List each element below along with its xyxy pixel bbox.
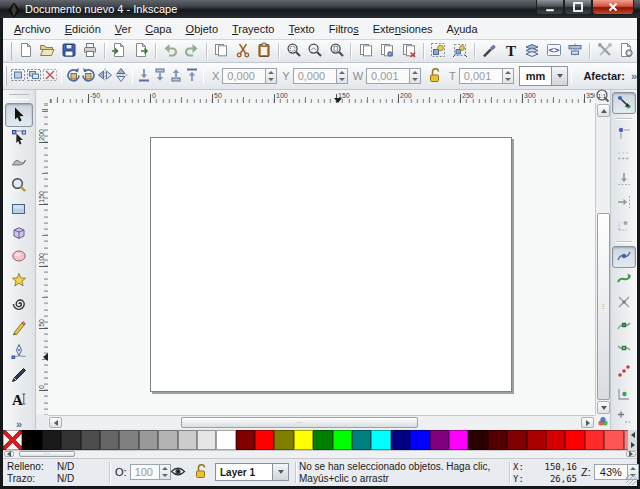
redo-button[interactable] bbox=[181, 41, 202, 61]
group-button[interactable] bbox=[428, 41, 449, 61]
x-spinner[interactable] bbox=[266, 68, 277, 84]
palette-swatch[interactable] bbox=[507, 430, 526, 450]
palette-scroll-left-button[interactable] bbox=[4, 451, 14, 457]
opacity-input[interactable]: 100 bbox=[130, 464, 160, 480]
palette-swatch[interactable] bbox=[255, 430, 274, 450]
lock-open-icon[interactable] bbox=[426, 67, 442, 85]
xml-editor-button[interactable]: <> bbox=[543, 41, 564, 61]
menu-item-archivo[interactable]: Archivo bbox=[7, 20, 58, 38]
palette-scroll-left-icon[interactable] bbox=[631, 432, 635, 438]
align-dialog-button[interactable] bbox=[564, 41, 585, 61]
close-button[interactable] bbox=[592, 0, 634, 15]
menu-item-objeto[interactable]: Objeto bbox=[179, 20, 225, 38]
palette-swatch[interactable] bbox=[449, 430, 468, 450]
palette-swatch[interactable] bbox=[585, 430, 604, 450]
palette-swatch[interactable] bbox=[488, 430, 507, 450]
snap-nodes-button[interactable] bbox=[612, 246, 636, 268]
menu-item-edicion[interactable]: Edición bbox=[58, 20, 108, 38]
toolbar-grip[interactable] bbox=[5, 66, 7, 87]
fill-stroke-indicator[interactable]: Relleno:N/D Trazo:N/D bbox=[7, 461, 107, 485]
flip-horizontal-button[interactable] bbox=[97, 66, 113, 86]
layers-dialog-button[interactable] bbox=[522, 41, 543, 61]
snap-object-centers-button[interactable] bbox=[612, 384, 636, 406]
scroll-up-button[interactable] bbox=[597, 104, 610, 117]
horizontal-scroll-thumb[interactable]: ⋯ bbox=[181, 417, 418, 428]
snap-bounding-box-button[interactable] bbox=[612, 123, 636, 145]
w-spinner[interactable] bbox=[410, 68, 421, 84]
palette-swatch[interactable] bbox=[178, 430, 197, 450]
import-button[interactable] bbox=[109, 41, 130, 61]
layer-visibility-toggle[interactable] bbox=[169, 464, 187, 480]
preferences-button[interactable] bbox=[594, 41, 615, 61]
spiral-tool-button[interactable] bbox=[5, 293, 33, 317]
zoom-drawing-button[interactable] bbox=[304, 41, 325, 61]
select-all-button[interactable] bbox=[10, 66, 26, 86]
palette-scroll-right-button[interactable] bbox=[626, 451, 636, 457]
snap-smooth-nodes-button[interactable] bbox=[612, 338, 636, 360]
palette-swatch[interactable] bbox=[236, 430, 255, 450]
color-management-toggle[interactable] bbox=[595, 415, 610, 429]
palette-swatch-none[interactable] bbox=[3, 430, 22, 450]
palette-swatch[interactable] bbox=[81, 430, 100, 450]
palette-swatch[interactable] bbox=[42, 430, 61, 450]
selector-tool-button[interactable] bbox=[5, 103, 33, 127]
node-editor-tool-button[interactable] bbox=[5, 127, 33, 151]
calligraphy-tool-button[interactable] bbox=[5, 364, 33, 388]
palette-swatch[interactable] bbox=[158, 430, 177, 450]
menu-item-ayuda[interactable]: Ayuda bbox=[440, 20, 485, 38]
minimize-button[interactable] bbox=[536, 0, 564, 15]
palette-swatch[interactable] bbox=[100, 430, 119, 450]
pen-tool-button[interactable] bbox=[5, 341, 33, 365]
palette-swatch[interactable] bbox=[546, 430, 565, 450]
raise-button[interactable] bbox=[168, 66, 184, 86]
unlink-clone-button[interactable] bbox=[398, 41, 419, 61]
undo-button[interactable] bbox=[160, 41, 181, 61]
menu-item-ver[interactable]: Ver bbox=[108, 20, 139, 38]
palette-scrollbar[interactable]: ⋯ bbox=[3, 450, 637, 458]
toolbar-grip[interactable] bbox=[5, 42, 12, 60]
document-page[interactable] bbox=[150, 137, 512, 392]
palette-swatch[interactable] bbox=[139, 430, 158, 450]
rotate-ccw-button[interactable] bbox=[65, 66, 81, 86]
deselect-button[interactable] bbox=[42, 66, 58, 86]
palette-swatch[interactable] bbox=[197, 430, 216, 450]
scroll-left-button[interactable] bbox=[49, 417, 62, 428]
maximize-button[interactable] bbox=[564, 0, 592, 15]
y-input[interactable]: 0,000 bbox=[293, 68, 337, 84]
text-dialog-button[interactable]: T bbox=[500, 41, 521, 61]
open-button[interactable] bbox=[36, 41, 57, 61]
zoom-selection-button[interactable] bbox=[283, 41, 304, 61]
flip-vertical-button[interactable] bbox=[113, 66, 129, 86]
scroll-right-button[interactable] bbox=[581, 417, 594, 428]
sticky-zoom-button[interactable]: 1:1 bbox=[595, 90, 610, 103]
palette-swatch[interactable] bbox=[527, 430, 546, 450]
duplicate-button[interactable] bbox=[355, 41, 376, 61]
snap-bbox-centers-button[interactable] bbox=[612, 215, 636, 237]
layer-lock-toggle[interactable] bbox=[191, 464, 209, 480]
snap-midpoints-button[interactable] bbox=[612, 361, 636, 383]
save-button[interactable] bbox=[58, 41, 79, 61]
menu-item-extensiones[interactable]: Extensiones bbox=[366, 20, 440, 38]
horizontal-ruler[interactable]: -50050100150200250300350 bbox=[48, 90, 595, 104]
palette-swatch[interactable] bbox=[61, 430, 80, 450]
pencil-tool-button[interactable] bbox=[5, 317, 33, 341]
palette-swatch[interactable] bbox=[274, 430, 293, 450]
document-properties-button[interactable] bbox=[615, 41, 636, 61]
zoom-input[interactable]: 43% bbox=[594, 464, 628, 480]
snap-paths-button[interactable] bbox=[612, 269, 636, 291]
menu-item-filtros[interactable]: Filtros bbox=[322, 20, 366, 38]
snap-bbox-edge-midpoints-button[interactable] bbox=[612, 192, 636, 214]
titlebar[interactable]: Documento nuevo 4 - Inkscape bbox=[0, 0, 640, 18]
palette-scroll-thumb[interactable]: ⋯ bbox=[19, 451, 75, 457]
palette-swatch[interactable] bbox=[313, 430, 332, 450]
cut-button[interactable] bbox=[232, 41, 253, 61]
unit-selector[interactable]: mm bbox=[519, 66, 569, 86]
copy-button[interactable] bbox=[211, 41, 232, 61]
select-all-layers-button[interactable] bbox=[26, 66, 42, 86]
canvas[interactable] bbox=[48, 103, 595, 415]
snap-rotation-centers-button[interactable] bbox=[612, 407, 636, 429]
palette-swatch[interactable] bbox=[391, 430, 410, 450]
palette-swatch[interactable] bbox=[468, 430, 487, 450]
palette-swatch[interactable] bbox=[410, 430, 429, 450]
enable-snapping-button[interactable] bbox=[612, 92, 636, 114]
